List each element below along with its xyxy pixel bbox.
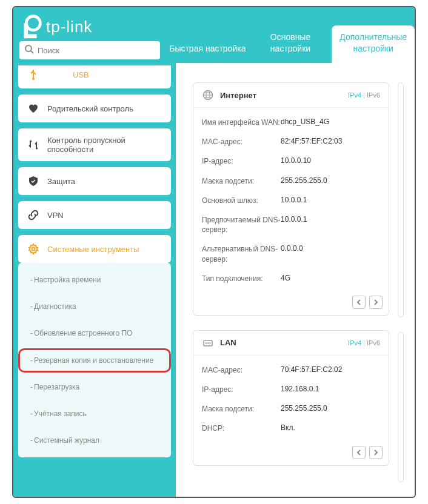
- sidebar-item-label: Контроль пропускной способности: [47, 136, 164, 154]
- sidebar-item-label: Родительский контроль: [47, 104, 133, 113]
- row-dns1: Предпочитаемый DNS-сервер:10.0.0.1: [202, 210, 380, 239]
- main-area: Интернет IPv4|IPv6 Имя интерфейса WAN:dh…: [176, 63, 415, 497]
- tab-quick-setup[interactable]: Быстрая настройка: [166, 37, 249, 63]
- row-ip: IP-адрес:192.168.0.1: [202, 380, 380, 399]
- row-dns2: Альтернативный DNS-сервер:0.0.0.0: [202, 239, 380, 268]
- panel-footer: [193, 292, 389, 315]
- panel-stub: [398, 332, 404, 482]
- usb-icon: [27, 68, 40, 81]
- panel-body: MAC-адрес:70:4F:57:EF:C2:02 IP-адрес:192…: [193, 356, 389, 442]
- sidebar-item-label: Системные инструменты: [47, 245, 139, 254]
- sidebar-item-vpn[interactable]: VPN: [18, 201, 171, 229]
- panel-header-lan: LAN IPv4|IPv6: [193, 331, 389, 356]
- panel-internet: Интернет IPv4|IPv6 Имя интерфейса WAN:dh…: [193, 82, 389, 316]
- gear-icon: [27, 242, 40, 256]
- logo-text: tp-link: [46, 18, 92, 36]
- subnav-firmware[interactable]: -Обновление встроенного ПО: [21, 320, 169, 346]
- subnav-diagnostics[interactable]: -Диагностика: [21, 293, 169, 320]
- sidebar-item-parental[interactable]: Родительский контроль: [18, 94, 171, 122]
- panel-lan: LAN IPv4|IPv6 MAC-адрес:70:4F:57:EF:C2:0…: [193, 330, 389, 466]
- row-conn-type: Тип подключения:4G: [202, 269, 380, 288]
- logo-area: tp-link: [13, 7, 166, 63]
- next-button[interactable]: [369, 446, 383, 459]
- panel-title: LAN: [220, 338, 348, 347]
- svg-point-3: [25, 45, 32, 51]
- panel-title: Интернет: [220, 91, 348, 100]
- bandwidth-icon: [27, 138, 40, 151]
- row-wan-iface: Имя интерфейса WAN:dhcp_USB_4G: [202, 113, 380, 132]
- next-button[interactable]: [369, 296, 383, 309]
- sidebar: USB Родительский контроль Контроль пропу…: [13, 63, 176, 497]
- panel-body: Имя интерфейса WAN:dhcp_USB_4G MAC-адрес…: [193, 108, 389, 292]
- top-bar: tp-link Быстрая настройка Основные настр…: [13, 7, 415, 63]
- ipv-toggle: IPv4|IPv6: [348, 339, 380, 346]
- heart-icon: [27, 102, 40, 115]
- sidebar-item-label: Защита: [47, 177, 75, 186]
- subnav-syslog[interactable]: -Системный журнал: [21, 427, 169, 454]
- submenu: -Настройка времени -Диагностика -Обновле…: [18, 263, 171, 457]
- prev-button[interactable]: [352, 296, 366, 309]
- panel-footer: [193, 442, 389, 465]
- row-mac: MAC-адрес:70:4F:57:EF:C2:02: [202, 360, 380, 380]
- row-mask: Маска подсети:255.255.255.0: [202, 399, 380, 419]
- subnav-reboot[interactable]: -Перезагрузка: [21, 374, 169, 400]
- sidebar-item-usb[interactable]: USB: [18, 65, 171, 88]
- shield-icon: [27, 174, 40, 188]
- svg-point-0: [26, 16, 40, 30]
- svg-line-4: [31, 51, 33, 53]
- sidebar-item-security[interactable]: Защита: [18, 167, 171, 195]
- window-frame: tp-link Быстрая настройка Основные настр…: [12, 6, 416, 498]
- search-input[interactable]: [38, 46, 155, 55]
- subnav-backup-restore[interactable]: -Резервная копия и восстановление: [21, 347, 169, 374]
- row-mac: MAC-адрес:82:4F:57:EF:C2:03: [202, 132, 380, 151]
- tp-link-icon: [17, 13, 45, 41]
- search-box[interactable]: [19, 41, 160, 59]
- ipv4-link[interactable]: IPv4: [348, 91, 361, 99]
- tabs: Быстрая настройка Основные настройки Доп…: [166, 7, 415, 63]
- tab-basic-settings[interactable]: Основные настройки: [249, 25, 332, 63]
- panel-header-internet: Интернет IPv4|IPv6: [193, 83, 389, 108]
- sidebar-item-system-tools[interactable]: Системные инструменты: [18, 235, 171, 263]
- ipv4-link[interactable]: IPv4: [348, 339, 361, 346]
- subnav-time[interactable]: -Настройка времени: [21, 267, 169, 293]
- side-column: [398, 82, 404, 489]
- panel-stub: [398, 82, 404, 317]
- svg-point-5: [32, 78, 35, 80]
- ipv6-link[interactable]: IPv6: [367, 339, 380, 346]
- prev-button[interactable]: [352, 446, 366, 459]
- search-icon: [24, 44, 34, 56]
- subnav-account[interactable]: -Учётная запись: [21, 400, 169, 427]
- ipv-toggle: IPv4|IPv6: [348, 91, 380, 99]
- svg-point-6: [32, 248, 35, 251]
- tab-advanced-settings[interactable]: Дополнительные настройки: [332, 25, 415, 63]
- logo: tp-link: [13, 7, 166, 41]
- sidebar-item-label: VPN: [47, 211, 64, 220]
- row-dhcp: DHCP:Вкл.: [202, 419, 380, 438]
- globe-icon: [202, 89, 214, 101]
- sidebar-item-bandwidth[interactable]: Контроль пропускной способности: [18, 128, 171, 161]
- ipv6-link[interactable]: IPv6: [367, 91, 380, 99]
- row-mask: Маска подсети:255.255.255.0: [202, 171, 380, 191]
- link-icon: [27, 208, 40, 222]
- lan-icon: [202, 337, 214, 349]
- content: USB Родительский контроль Контроль пропу…: [13, 63, 415, 497]
- row-gateway: Основной шлюз:10.0.0.1: [202, 191, 380, 210]
- sidebar-item-label: USB: [47, 70, 89, 79]
- svg-rect-2: [24, 34, 37, 38]
- row-ip: IP-адрес:10.0.0.10: [202, 151, 380, 171]
